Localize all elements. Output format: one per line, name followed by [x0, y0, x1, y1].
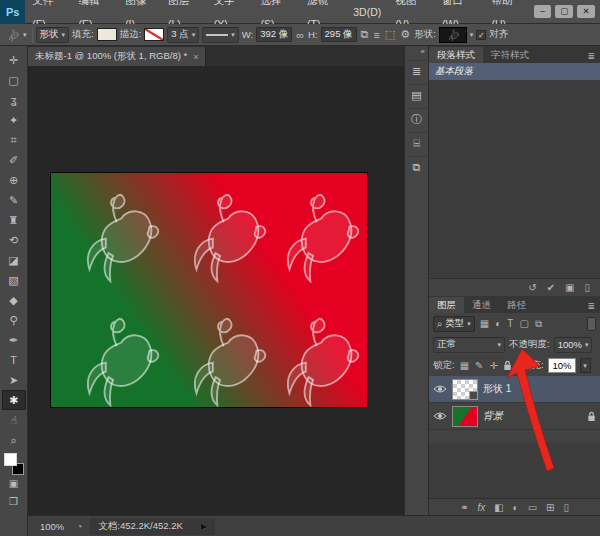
tab-channels[interactable]: 通道: [464, 297, 499, 313]
pen-tool[interactable]: ✒: [2, 330, 26, 350]
collapsed-panel-icon-3[interactable]: ⓘ: [407, 108, 427, 128]
expand-panels-icon[interactable]: «: [421, 46, 428, 58]
apply-icon[interactable]: ✔: [547, 282, 555, 293]
crop-tool[interactable]: ⌗: [2, 130, 26, 150]
fill-color-swatch[interactable]: [97, 28, 117, 41]
paragraph-styles-list: [429, 80, 600, 278]
dodge-tool[interactable]: ⚲: [2, 310, 26, 330]
delete-layer-icon[interactable]: ▯: [564, 502, 570, 513]
shape-width-field[interactable]: 392 像: [256, 27, 292, 42]
tab-paragraph-styles[interactable]: 段落样式: [429, 47, 483, 63]
layer-filter-select[interactable]: ⌕ 类型 ▾: [433, 316, 475, 332]
filter-smart-objects-icon[interactable]: ⧉: [534, 318, 543, 330]
shape-picker[interactable]: [439, 27, 467, 43]
tool-preset-picker[interactable]: ▾: [3, 28, 29, 42]
maximize-button[interactable]: ▢: [555, 5, 573, 18]
width-label: W:: [242, 29, 253, 40]
fill-opacity-dropdown[interactable]: ▾: [580, 358, 591, 373]
close-button[interactable]: ✕: [577, 5, 595, 18]
eraser-tool[interactable]: ◪: [2, 250, 26, 270]
tab-paths[interactable]: 路径: [499, 297, 534, 313]
collapsed-panel-icon-1[interactable]: ≣: [407, 60, 427, 80]
status-bar: 100% ◔ 文档:452.2K/452.2K ▶: [28, 515, 600, 536]
tab-layers[interactable]: 图层: [429, 297, 464, 313]
marquee-tool[interactable]: ▢: [2, 70, 26, 90]
path-selection-tool[interactable]: ➤: [2, 370, 26, 390]
filter-shape-layers-icon[interactable]: ▢: [518, 318, 529, 329]
reset-icon[interactable]: ↺: [528, 282, 536, 293]
lock-position-icon[interactable]: ✛: [488, 360, 498, 371]
shape-height-field[interactable]: 295 像: [321, 27, 357, 42]
panel-menu-icon[interactable]: ≣: [582, 49, 600, 63]
paragraph-panel-footer: ↺ ✔ ▣ ▯: [429, 278, 600, 296]
style-item-basic-paragraph[interactable]: 基本段落: [429, 63, 600, 80]
healing-brush-tool[interactable]: ⊕: [2, 170, 26, 190]
stroke-width-field[interactable]: 3 点 ▾: [167, 27, 199, 43]
stroke-color-swatch[interactable]: [144, 28, 164, 41]
document-canvas[interactable]: [50, 172, 368, 408]
lasso-tool[interactable]: ʓ: [2, 90, 26, 110]
zoom-tool[interactable]: ⌕: [2, 430, 26, 450]
path-arrangement-button[interactable]: ⬚: [384, 28, 396, 41]
gradient-tool[interactable]: ▧: [2, 270, 26, 290]
close-tab-icon[interactable]: ×: [193, 52, 198, 62]
collapsed-panel-icon-5[interactable]: ⧉: [407, 156, 427, 176]
blend-mode-select[interactable]: 正常 ▾: [433, 337, 505, 353]
zoom-level-field[interactable]: 100%: [36, 520, 68, 533]
eyedropper-tool[interactable]: ✐: [2, 150, 26, 170]
lock-pixels-icon[interactable]: ✎: [474, 360, 484, 371]
new-layer-icon[interactable]: ⊞: [546, 502, 554, 513]
layer-row-background[interactable]: 背景: [429, 403, 600, 430]
fill-opacity-field[interactable]: 10%: [548, 358, 576, 373]
layer-row-shape1[interactable]: 形状 1: [429, 376, 600, 403]
filter-adjustment-layers-icon[interactable]: ◐: [494, 318, 502, 329]
link-dimensions-icon[interactable]: ∞: [295, 29, 305, 41]
minimize-button[interactable]: –: [534, 5, 552, 18]
move-tool[interactable]: ✛: [2, 50, 26, 70]
visibility-eye-icon[interactable]: [433, 384, 447, 394]
link-layers-icon[interactable]: ⚭: [460, 502, 468, 513]
adjustment-layer-icon[interactable]: ◐: [513, 502, 519, 513]
menu-3d[interactable]: 3D(D): [346, 0, 388, 24]
history-brush-tool[interactable]: ⟲: [2, 230, 26, 250]
align-edges-checkbox[interactable]: ✓: [476, 30, 486, 40]
new-group-icon[interactable]: ▭: [528, 502, 537, 513]
add-mask-icon[interactable]: ◧: [494, 502, 503, 513]
collapsed-panel-icon-2[interactable]: ▤: [407, 84, 427, 104]
layer-styles-icon[interactable]: fx: [477, 502, 485, 513]
hand-tool[interactable]: ☝: [2, 410, 26, 430]
ps-logo: Ps: [0, 0, 25, 24]
collapsed-panel-icon-4[interactable]: ⌸: [407, 132, 427, 152]
filter-pixel-layers-icon[interactable]: ▦: [479, 318, 490, 329]
filter-type-layers-icon[interactable]: T: [506, 318, 514, 329]
document-tab[interactable]: 未标题-1 @ 100% (形状 1, RGB/8) * ×: [28, 47, 206, 66]
clone-stamp-tool[interactable]: ♜: [2, 210, 26, 230]
lock-all-icon[interactable]: [503, 360, 512, 371]
opacity-field[interactable]: 100% ▾: [554, 337, 593, 353]
lock-transparency-icon[interactable]: ▦: [459, 360, 470, 371]
screen-mode-button[interactable]: ❐: [2, 493, 26, 511]
layers-panel-footer: ⚭ fx ◧ ◐ ▭ ⊞ ▯: [429, 498, 600, 515]
panel-menu-icon[interactable]: ≣: [582, 299, 600, 313]
quick-mask-button[interactable]: ▣: [2, 475, 26, 493]
tool-mode-select[interactable]: 形状 ▾: [36, 27, 70, 43]
blur-tool[interactable]: ◆: [2, 290, 26, 310]
status-options-arrow[interactable]: ▶: [201, 522, 207, 531]
layer-name: 背景: [483, 409, 503, 423]
type-tool[interactable]: T: [2, 350, 26, 370]
gear-icon[interactable]: ⚙: [399, 28, 411, 41]
foreground-color-swatch[interactable]: [4, 453, 17, 466]
custom-shape-tool[interactable]: ✱: [2, 390, 26, 410]
stroke-style-select[interactable]: ▾: [202, 27, 239, 43]
path-operations-button[interactable]: ⧉: [360, 28, 370, 41]
color-swatches[interactable]: [2, 453, 26, 475]
path-alignment-button[interactable]: ≡: [372, 29, 380, 41]
layers-empty-area: [429, 443, 600, 498]
filter-toggle[interactable]: [587, 317, 596, 331]
tab-character-styles[interactable]: 字符样式: [483, 47, 537, 63]
delete-style-icon[interactable]: ▯: [584, 282, 590, 293]
quick-selection-tool[interactable]: ✦: [2, 110, 26, 130]
new-style-icon[interactable]: ▣: [565, 282, 574, 293]
brush-tool[interactable]: ✎: [2, 190, 26, 210]
visibility-eye-icon[interactable]: [433, 411, 447, 421]
